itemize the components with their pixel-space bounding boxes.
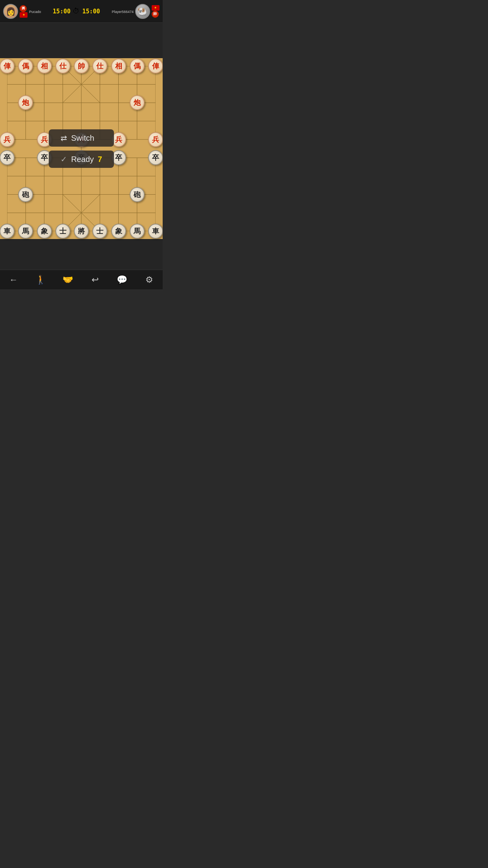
settings-button[interactable]: ⚙ (141, 272, 158, 288)
person-button[interactable]: 🚶 (32, 272, 50, 288)
settings-icon: ⚙ (145, 275, 153, 285)
piece-帥[interactable]: 帥 (74, 59, 89, 74)
timer-section: 15:00 ⏱ 15:00 (53, 7, 100, 15)
player-right-avatar: 🐏 (135, 4, 150, 19)
handshake-icon: 🤝 (62, 275, 73, 285)
undo-icon: ↩ (92, 275, 99, 285)
piece-車[interactable]: 車 (0, 224, 15, 239)
player-right-section: ★ 帥 🐏 Player566474 (112, 4, 160, 19)
back-icon: ← (9, 275, 18, 285)
player-right-name: Player566474 (112, 10, 134, 14)
dark-area-top (0, 23, 163, 58)
piece-兵[interactable]: 兵 (0, 132, 15, 147)
piece-士[interactable]: 士 (92, 224, 107, 239)
chat-button[interactable]: 💬 (114, 272, 131, 288)
dark-area-bottom (0, 239, 163, 270)
piece-俥[interactable]: 俥 (0, 59, 15, 74)
chat-icon: 💬 (117, 275, 127, 285)
switch-icon: ⇄ (61, 133, 67, 143)
piece-象[interactable]: 象 (37, 224, 52, 239)
piece-士[interactable]: 士 (55, 224, 70, 239)
piece-馬[interactable]: 馬 (130, 224, 145, 239)
piece-炮[interactable]: 炮 (130, 95, 145, 110)
switch-button[interactable]: ⇄ Switch (49, 129, 114, 147)
piece-砲[interactable]: 砲 (130, 187, 145, 202)
player-left-section: 👩 將 ★ Pucado (3, 4, 41, 19)
person-icon: 🚶 (35, 275, 46, 285)
piece-象[interactable]: 象 (111, 224, 126, 239)
ready-label: Ready (71, 155, 94, 164)
piece-炮[interactable]: 炮 (18, 95, 33, 110)
piece-傌[interactable]: 傌 (130, 59, 145, 74)
ready-button[interactable]: ✓ Ready 7 (49, 151, 114, 168)
ready-count: 7 (98, 155, 102, 164)
handshake-button[interactable]: 🤝 (59, 272, 77, 288)
piece-卒[interactable]: 卒 (148, 150, 163, 165)
piece-仕[interactable]: 仕 (92, 59, 107, 74)
piece-相[interactable]: 相 (111, 59, 126, 74)
clock-icon: ⏱ (73, 7, 80, 15)
piece-相[interactable]: 相 (37, 59, 52, 74)
piece-卒[interactable]: 卒 (0, 150, 15, 165)
piece-馬[interactable]: 馬 (18, 224, 33, 239)
undo-button[interactable]: ↩ (86, 272, 104, 288)
bottom-toolbar: ← 🚶 🤝 ↩ 💬 ⚙ (0, 270, 163, 289)
ready-check-icon: ✓ (61, 154, 67, 164)
back-button[interactable]: ← (5, 272, 22, 288)
timer-left: 15:00 (53, 8, 70, 15)
chess-board: 俥傌相仕帥仕相傌俥炮炮兵兵兵兵兵車馬象士將士象馬車砲砲卒卒卒卒卒 ⇄ Switc… (0, 58, 163, 239)
piece-傌[interactable]: 傌 (18, 59, 33, 74)
player-left-avatar: 👩 (3, 4, 18, 19)
player-right-flag: ★ (152, 5, 160, 11)
piece-車[interactable]: 車 (148, 224, 163, 239)
piece-俥[interactable]: 俥 (148, 59, 163, 74)
piece-仕[interactable]: 仕 (55, 59, 70, 74)
switch-label: Switch (71, 134, 94, 143)
player-left-flag: ★ (20, 12, 28, 18)
flag-star-left: ★ (22, 13, 25, 17)
player-left-rank: 將 (20, 5, 27, 12)
player-right-rank: 帥 (152, 11, 159, 18)
timer-right: 15:00 (82, 8, 100, 15)
flag-star-right: ★ (154, 6, 157, 9)
piece-兵[interactable]: 兵 (148, 132, 163, 147)
piece-砲[interactable]: 砲 (18, 187, 33, 202)
player-left-name: Pucado (29, 10, 41, 14)
piece-將[interactable]: 將 (74, 224, 89, 239)
overlay-buttons: ⇄ Switch ✓ Ready 7 (49, 129, 114, 168)
game-header: 👩 將 ★ Pucado 15:00 ⏱ 15:00 ★ 帥 🐏 Player5… (0, 0, 163, 23)
